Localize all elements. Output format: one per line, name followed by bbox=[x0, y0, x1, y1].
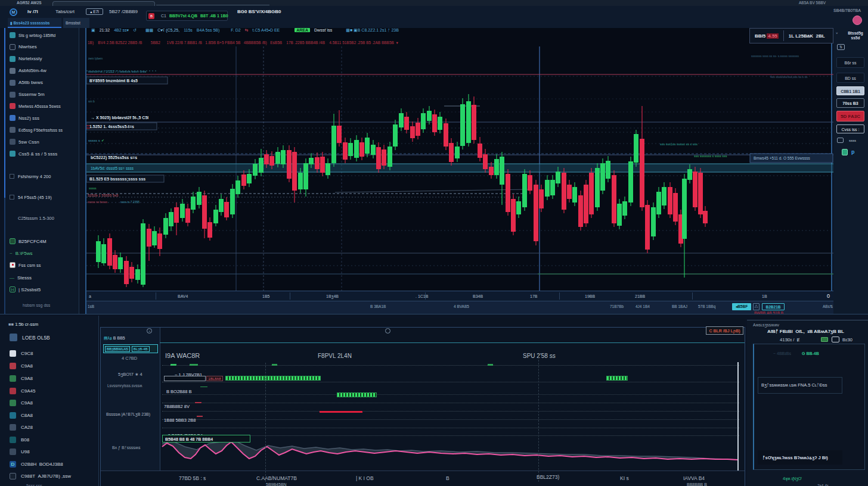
svg-text:Bmws45 +511 d. O 555 Evwssss: Bmws45 +511 d. O 555 Evwssss bbox=[754, 156, 810, 160]
svg-text:sssss ss bssss: sssss ss bssss bbox=[88, 200, 108, 204]
svg-text:→ X 5025) bb4avst2f 5t-,5 C5I: → X 5025) bb4avst2f 5t-,5 C5I bbox=[91, 116, 148, 120]
svg-text:BY8595 tmzmbimt B 4s5: BY8595 tmzmbimt B 4s5 bbox=[89, 79, 138, 83]
svg-text:bC5222) 5525ss5ss s=s: bC5222) 5525ss5ss s=s bbox=[91, 155, 137, 160]
svg-text:sssssss ssss ss ss- s.sssss s: sssssss ssss ss ss- s.sssss sssssss bbox=[751, 54, 799, 58]
svg-text:1.5252 1. 4sss5ss5-t=s: 1.5252 1. 4sss5ss5-t=s bbox=[89, 124, 134, 129]
svg-text:1bAV5d: dssst5 ss= ssss: 1bAV5d: dssst5 ss= ssss bbox=[91, 166, 134, 170]
svg-text:sss sss1ss sssss ss s sss: sss sss1ss sssss ss s sss bbox=[660, 142, 698, 146]
svg-text:4ss ssss/sss/sss,sss ss s ss: 4ss ssss/sss/sss,sss ss s ss bbox=[770, 75, 808, 79]
svg-text:sm b: sm b bbox=[88, 99, 95, 103]
svg-text:5252b 1 55555 5s5: 5252b 1 55555 5s5 bbox=[88, 194, 119, 197]
svg-text:ssss ts 7.2355: ssss ts 7.2355 bbox=[120, 200, 140, 204]
svg-text:sssss s: sssss s bbox=[88, 139, 100, 142]
svg-text:tssntzt-ts | 1/222 / ) tssstxs: tssntzt-ts | 1/222 / ) tssstxs ssxn tzss bbox=[88, 70, 146, 73]
svg-text:✔: ✔ bbox=[101, 139, 104, 142]
svg-text:zem lybem: zem lybem bbox=[88, 57, 103, 60]
svg-text:sssss: sssss bbox=[89, 186, 97, 190]
svg-text:B1.525 E5 bssssss;ssss sss: B1.525 E5 bssssss;ssss sss bbox=[89, 177, 145, 182]
svg-text:sss sssssss s ssss sss: sss sssssss s ssss sss bbox=[694, 154, 727, 158]
